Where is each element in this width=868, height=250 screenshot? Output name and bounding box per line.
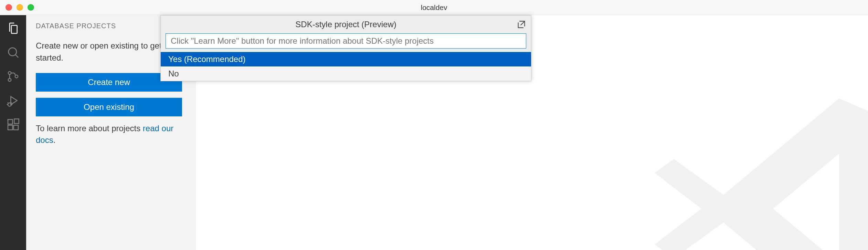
svg-line-1 xyxy=(15,55,18,58)
expand-icon[interactable] xyxy=(517,20,526,29)
titlebar: localdev xyxy=(0,0,868,15)
svg-rect-12 xyxy=(8,125,12,130)
docs-text: To learn more about projects read our do… xyxy=(36,123,187,147)
search-icon[interactable] xyxy=(6,45,20,59)
maximize-window-button[interactable] xyxy=(28,4,34,11)
window-title: localdev xyxy=(421,3,447,12)
window-controls xyxy=(6,4,34,11)
svg-point-4 xyxy=(15,75,18,78)
svg-line-17 xyxy=(521,21,525,25)
quick-input-header: SDK-style project (Preview) xyxy=(161,15,531,33)
vscode-watermark-icon xyxy=(641,71,868,250)
explorer-icon[interactable] xyxy=(6,21,20,35)
quick-input-option-yes[interactable]: Yes (Recommended) xyxy=(161,52,531,66)
sidebar-title: DATABASE PROJECTS xyxy=(36,22,160,30)
activity-bar xyxy=(0,15,26,250)
svg-line-9 xyxy=(8,103,9,104)
svg-point-0 xyxy=(9,48,17,56)
svg-point-3 xyxy=(8,79,11,81)
svg-rect-13 xyxy=(14,125,18,130)
svg-rect-11 xyxy=(8,119,12,124)
run-debug-icon[interactable] xyxy=(6,94,20,107)
close-window-button[interactable] xyxy=(6,4,12,11)
extensions-icon[interactable] xyxy=(6,118,20,132)
docs-prefix: To learn more about projects xyxy=(36,124,143,133)
source-control-icon[interactable] xyxy=(6,70,20,83)
docs-suffix: . xyxy=(53,135,56,145)
quick-input-field[interactable] xyxy=(166,33,526,49)
minimize-window-button[interactable] xyxy=(17,4,23,11)
quick-input-list: Yes (Recommended) No xyxy=(161,52,531,81)
svg-marker-5 xyxy=(11,96,17,104)
quick-input-panel: SDK-style project (Preview) Yes (Recomme… xyxy=(160,15,531,81)
open-existing-button[interactable]: Open existing xyxy=(36,98,182,116)
quick-input-title: SDK-style project (Preview) xyxy=(295,20,396,29)
svg-line-10 xyxy=(11,103,12,104)
quick-input-option-no[interactable]: No xyxy=(161,66,531,81)
svg-rect-14 xyxy=(14,119,19,123)
svg-point-2 xyxy=(8,72,11,74)
